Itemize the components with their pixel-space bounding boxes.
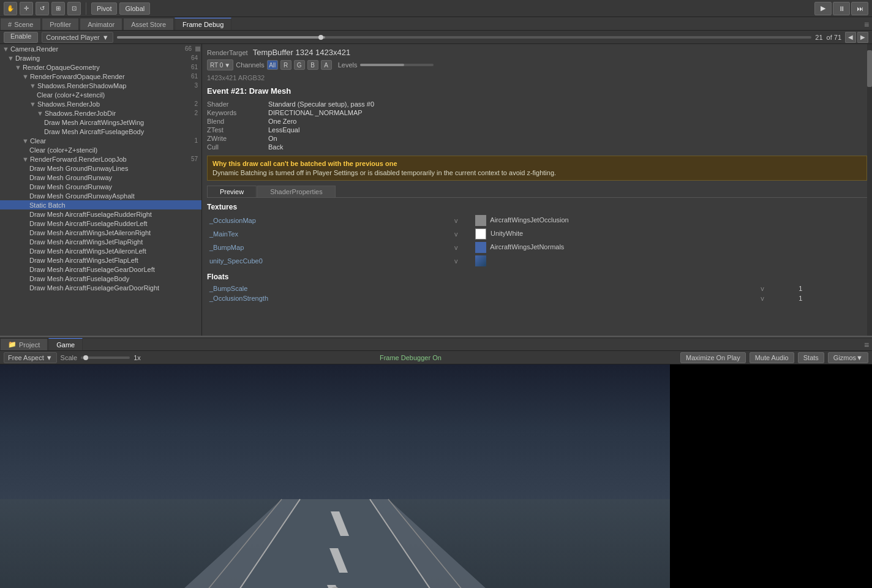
maximize-on-play-btn[interactable]: Maximize On Play (680, 352, 746, 363)
tree-draw-runway-asphalt[interactable]: Draw Mesh GroundRunwayAsphalt (0, 191, 201, 200)
scale-tool-btn[interactable]: ⊞ (51, 2, 65, 15)
float-row-1: _OcclusionStrength v 1 (207, 293, 867, 303)
pause-btn[interactable]: ⏸ (833, 2, 850, 15)
ztest-row: ZTest LessEqual (207, 126, 867, 134)
tree-draw-runway-1[interactable]: Draw Mesh GroundRunway (0, 173, 201, 182)
scrollbar-thumb (867, 50, 872, 87)
rt-value: TempBuffer 1324 1423x421 (253, 48, 351, 57)
pivot-btn[interactable]: Pivot (91, 2, 117, 15)
tree-draw-flap-right[interactable]: Draw Mesh AircraftWingsJetFlapRight (0, 237, 201, 246)
tree-draw-gear-door-right[interactable]: Draw Mesh AircraftFuselageGearDoorRight (0, 283, 201, 292)
warn-text: Dynamic Batching is turned off in Player… (212, 169, 862, 176)
frame-slider[interactable] (117, 36, 812, 39)
tree-clear-1[interactable]: Clear (color+Z+stencil) (0, 90, 201, 99)
event-title: Event #21: Draw Mesh (207, 86, 867, 96)
tab-asset-store[interactable]: Asset Store (123, 18, 174, 30)
tab-preview[interactable]: Preview (207, 186, 257, 197)
render-target-bar: RenderTarget TempBuffer 1324 1423x421 (207, 48, 867, 57)
ch-all-btn[interactable]: All (267, 60, 278, 70)
tex-v-3: v (440, 254, 473, 268)
tree-render-opaque[interactable]: ▼ Render.OpaqueGeometry 61 (0, 62, 201, 72)
zwrite-value: On (268, 135, 277, 142)
tab-options-btn[interactable]: ≡ (861, 19, 872, 30)
frame-next-btn[interactable]: ▶ (857, 32, 868, 43)
float-v-0: v (729, 284, 797, 293)
levels-slider[interactable] (360, 64, 434, 66)
enable-btn[interactable]: Enable (4, 32, 38, 43)
tree-draw-gear-door-left[interactable]: Draw Mesh AircraftFuselageGearDoorLeft (0, 265, 201, 274)
floats-table: _BumpScale v 1 _OcclusionStrength v 1 (207, 284, 867, 303)
tab-frame-debug[interactable]: Frame Debug (175, 18, 231, 30)
scale-label: Scale (61, 354, 78, 361)
sub-toolbar: Enable Connected Player ▼ 21 of 71 ◀ ▶ (0, 31, 872, 44)
global-btn[interactable]: Global (119, 2, 150, 15)
keywords-value: DIRECTIONAL _NORMALMAP (268, 109, 363, 116)
tree-drawing[interactable]: ▼ Drawing 64 (0, 53, 201, 62)
right-panel-scrollbar[interactable] (867, 44, 872, 336)
game-tab-options-btn[interactable]: ≡ (861, 339, 872, 350)
tree-draw-aileron-right[interactable]: Draw Mesh AircraftWingsJetAileronRight (0, 228, 201, 237)
tree-camera-render[interactable]: ▼ Camera.Render 66 (0, 44, 201, 53)
rt-selector[interactable]: RT 0 ▼ (207, 59, 233, 70)
blend-row: Blend One Zero (207, 118, 867, 125)
rotate-tool-btn[interactable]: ↺ (36, 2, 49, 15)
stats-btn[interactable]: Stats (798, 352, 824, 363)
tab-project[interactable]: 📁 Project (0, 338, 48, 350)
aspect-selector[interactable]: Free Aspect ▼ (4, 352, 57, 363)
keywords-label: Keywords (207, 109, 268, 116)
connected-player-selector[interactable]: Connected Player ▼ (42, 32, 113, 43)
tree-shadows-render-job[interactable]: ▼ Shadows.RenderJob 2 (0, 99, 201, 108)
tree-draw-runway-lines[interactable]: Draw Mesh GroundRunwayLines (0, 164, 201, 173)
float-val-1: 1 (796, 293, 867, 303)
tab-scene[interactable]: # Scene (0, 18, 41, 30)
levels-label: Levels (338, 61, 358, 69)
ch-a-btn[interactable]: A (321, 60, 332, 70)
ch-g-btn[interactable]: G (294, 60, 305, 70)
scene-icon: # (8, 21, 12, 28)
tab-animator[interactable]: Animator (80, 18, 122, 30)
move-tool-btn[interactable]: ✛ (20, 2, 33, 15)
float-row-0: _BumpScale v 1 (207, 284, 867, 293)
gizmos-btn[interactable]: Gizmos ▼ (828, 352, 868, 363)
blend-value: One Zero (268, 118, 296, 125)
rect-tool-btn[interactable]: ⊡ (67, 2, 81, 15)
textures-table: _OcclusionMap v AircraftWingsJetOcclusio… (207, 214, 867, 268)
frame-prev-btn[interactable]: ◀ (845, 32, 856, 43)
frame-debug-details: RenderTarget TempBuffer 1324 1423x421 RT… (202, 44, 872, 307)
tree-draw-wing[interactable]: Draw Mesh AircraftWingsJetWing (0, 118, 201, 127)
cull-value: Back (268, 143, 283, 151)
mute-audio-btn[interactable]: Mute Audio (750, 352, 794, 363)
tree-render-forward-opaque[interactable]: ▼ RenderForwardOpaque.Render 61 (0, 72, 201, 81)
tree-draw-rudder-left[interactable]: Draw Mesh AircraftFuselageRudderLeft (0, 219, 201, 228)
tree-render-loop-job[interactable]: ▼ RenderForward.RenderLoopJob 57 (0, 154, 201, 164)
ch-b-btn[interactable]: B (307, 60, 318, 70)
tree-clear-section[interactable]: ▼ Clear 1 (0, 136, 201, 145)
tree-clear-2[interactable]: Clear (color+Z+stencil) (0, 145, 201, 154)
tree-static-batch[interactable]: Static Batch (0, 200, 201, 209)
tree-draw-fuselage-body-1[interactable]: Draw Mesh AircraftFuselageBody (0, 127, 201, 136)
project-icon: 📁 (8, 341, 17, 349)
upper-area: ▼ Camera.Render 66 ▼ Drawing 64 ▼ Render… (0, 44, 872, 336)
tree-draw-aileron-left[interactable]: Draw Mesh AircraftWingsJetAileronLeft (0, 246, 201, 255)
tree-shadows-shadow-map[interactable]: ▼ Shadows.RenderShadowMap 3 (0, 81, 201, 90)
scale-slider[interactable] (81, 356, 130, 359)
shader-label: Shader (207, 100, 268, 108)
tree-draw-fuselage-body-2[interactable]: Draw Mesh AircraftFuselageBody (0, 274, 201, 283)
tree-draw-rudder-right[interactable]: Draw Mesh AircraftFuselageRudderRight (0, 209, 201, 219)
play-btn[interactable]: ▶ (814, 2, 832, 15)
ch-r-btn[interactable]: R (280, 60, 291, 70)
shader-row: Shader Standard (Specular setup), pass #… (207, 100, 867, 108)
play-controls: ▶ ⏸ ⏭ (814, 2, 868, 15)
tab-game[interactable]: Game (48, 338, 83, 350)
tex-name-1: _MainTex (207, 227, 440, 241)
tree-draw-runway-2[interactable]: Draw Mesh GroundRunway (0, 182, 201, 191)
step-btn[interactable]: ⏭ (851, 2, 868, 15)
dropdown-icon: ▼ (102, 34, 109, 41)
scale-value: 1x (133, 354, 141, 361)
svg-rect-0 (0, 364, 670, 499)
tab-profiler[interactable]: Profiler (42, 18, 79, 30)
tree-shadows-render-job-dir[interactable]: ▼ Shadows.RenderJobDir 2 (0, 108, 201, 118)
tree-draw-flap-left[interactable]: Draw Mesh AircraftWingsJetFlapLeft (0, 255, 201, 265)
hand-tool-btn[interactable]: ✋ (4, 2, 17, 15)
tab-shader-props[interactable]: ShaderProperties (257, 186, 336, 197)
